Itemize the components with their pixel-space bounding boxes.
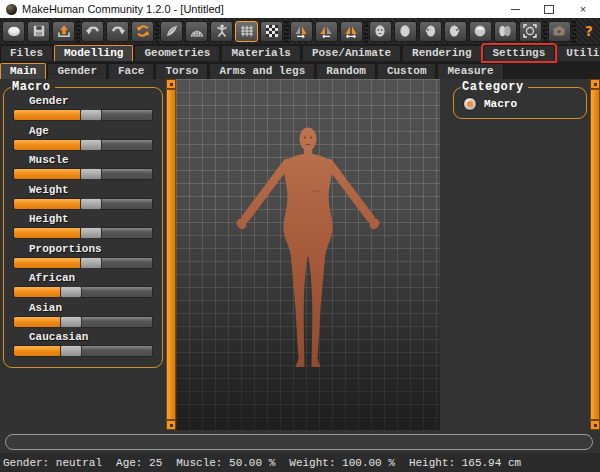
- minimize-button[interactable]: [498, 0, 532, 18]
- slider-label: African: [29, 272, 155, 285]
- window-controls: ×: [498, 0, 600, 18]
- slider-fill: [14, 228, 80, 238]
- reset-mesh-icon[interactable]: [131, 21, 154, 42]
- toolbar-separator: [364, 19, 368, 43]
- slider-proportions: Proportions: [11, 243, 155, 269]
- smooth-icon[interactable]: [160, 21, 183, 42]
- radio-icon[interactable]: [463, 97, 477, 111]
- tab-materials[interactable]: Materials: [221, 45, 300, 61]
- new-document-icon[interactable]: [2, 21, 25, 42]
- toolbar-group: [290, 21, 363, 42]
- svg-text:?: ?: [585, 23, 593, 39]
- scroll-up-button[interactable]: [166, 79, 176, 89]
- subtab-measure[interactable]: Measure: [437, 63, 503, 79]
- pose-icon[interactable]: [210, 21, 233, 42]
- redo-icon[interactable]: [106, 21, 129, 42]
- toolbar-group: [81, 21, 154, 42]
- scroll-up-button[interactable]: [590, 79, 600, 89]
- subtab-arms-and-legs[interactable]: Arms and legs: [209, 63, 315, 79]
- slider-fill: [14, 140, 80, 150]
- status-weight: Weight: 100.00 %: [289, 457, 395, 469]
- maximize-button[interactable]: [532, 0, 566, 18]
- status-muscle: Muscle: 50.00 %: [176, 457, 275, 469]
- view-top-icon[interactable]: [469, 21, 492, 42]
- subtab-main[interactable]: Main: [0, 63, 46, 79]
- view-right-icon[interactable]: [444, 21, 467, 42]
- reset-camera-icon[interactable]: [519, 21, 542, 42]
- slider-handle[interactable]: [80, 168, 102, 180]
- slider-fill: [14, 110, 80, 120]
- slider-asian: Asian: [11, 302, 155, 328]
- category-options: Macro: [461, 97, 579, 111]
- slider-handle[interactable]: [80, 139, 102, 151]
- grid-icon[interactable]: [235, 21, 258, 42]
- subtab-torso[interactable]: Torso: [155, 63, 208, 79]
- help-icon[interactable]: ?: [577, 21, 600, 42]
- macro-panel-title: Macro: [11, 80, 55, 94]
- tab-settings[interactable]: Settings: [483, 45, 556, 61]
- slider-track[interactable]: [13, 168, 153, 180]
- slider-fill: [14, 287, 60, 297]
- slider-label: Weight: [29, 184, 155, 197]
- view-left-icon[interactable]: [419, 21, 442, 42]
- tab-modelling[interactable]: Modelling: [54, 45, 133, 61]
- category-option-macro[interactable]: Macro: [463, 97, 579, 111]
- tab-geometries[interactable]: Geometries: [134, 45, 220, 61]
- slider-handle[interactable]: [80, 257, 102, 269]
- slider-track[interactable]: [13, 345, 153, 357]
- toolbar-group: [369, 21, 542, 42]
- toolbar-group: [2, 21, 75, 42]
- tab-files[interactable]: Files: [0, 45, 53, 61]
- subtab-random[interactable]: Random: [316, 63, 376, 79]
- slider-track[interactable]: [13, 198, 153, 210]
- slider-handle[interactable]: [60, 345, 82, 357]
- scrollbar-thumb[interactable]: [166, 89, 176, 420]
- load-icon[interactable]: [52, 21, 75, 42]
- subtab-face[interactable]: Face: [108, 63, 154, 79]
- viewport-right-scrollbar[interactable]: [590, 79, 600, 430]
- symmetry-right-icon[interactable]: [290, 21, 313, 42]
- undo-icon[interactable]: [81, 21, 104, 42]
- toolbar-separator: [284, 19, 288, 43]
- macro-sliders: GenderAgeMuscleWeightHeightProportionsAf…: [11, 95, 155, 357]
- tab-rendering[interactable]: Rendering: [402, 45, 481, 61]
- symmetry-left-icon[interactable]: [315, 21, 338, 42]
- toolbar-group: [548, 21, 571, 42]
- slider-handle[interactable]: [60, 286, 82, 298]
- viewport-3d[interactable]: [176, 79, 440, 430]
- slider-track[interactable]: [13, 139, 153, 151]
- slider-track[interactable]: [13, 109, 153, 121]
- slider-handle[interactable]: [80, 227, 102, 239]
- slider-fill: [14, 346, 60, 356]
- subtab-custom[interactable]: Custom: [377, 63, 437, 79]
- scroll-down-button[interactable]: [590, 420, 600, 430]
- slider-handle[interactable]: [80, 198, 102, 210]
- slider-track[interactable]: [13, 286, 153, 298]
- scroll-down-button[interactable]: [166, 420, 176, 430]
- tab-utilities[interactable]: Utilities: [556, 45, 600, 61]
- slider-handle[interactable]: [60, 316, 82, 328]
- slider-track[interactable]: [13, 316, 153, 328]
- status-height: Height: 165.94 cm: [409, 457, 521, 469]
- scrollbar-thumb[interactable]: [590, 89, 600, 420]
- grab-screen-icon[interactable]: [548, 21, 571, 42]
- symmetry-both-icon[interactable]: [340, 21, 363, 42]
- view-side-icon[interactable]: [494, 21, 517, 42]
- view-front-icon[interactable]: [369, 21, 392, 42]
- view-back-icon[interactable]: [394, 21, 417, 42]
- progress-bar: [5, 434, 593, 450]
- close-button[interactable]: ×: [566, 0, 600, 18]
- viewport-left-scrollbar[interactable]: [166, 79, 176, 430]
- slider-track[interactable]: [13, 227, 153, 239]
- wireframe-icon[interactable]: [185, 21, 208, 42]
- subtab-gender[interactable]: Gender: [47, 63, 107, 79]
- texture-icon[interactable]: [260, 21, 283, 42]
- slider-track[interactable]: [13, 257, 153, 269]
- tab-pose-animate[interactable]: Pose/Animate: [302, 45, 401, 61]
- category-panel: Category Macro: [450, 79, 590, 430]
- slider-handle[interactable]: [80, 109, 102, 121]
- toolbar-separator: [76, 19, 80, 43]
- category-groupbox: Category Macro: [453, 80, 587, 119]
- save-icon[interactable]: [27, 21, 50, 42]
- window-title: MakeHuman Community 1.2.0 - [Untitled]: [22, 3, 498, 15]
